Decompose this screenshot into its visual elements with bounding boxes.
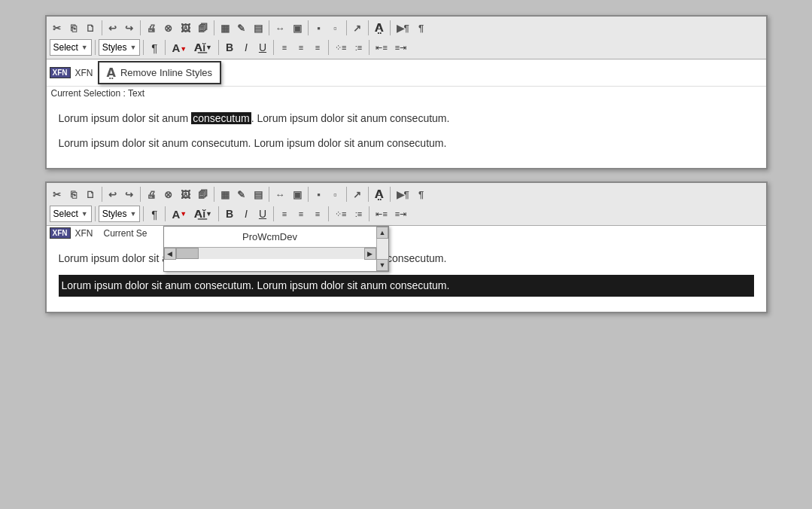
copy-btn[interactable]: ⎘ [66,20,81,36]
styles-dropdown[interactable]: Styles ▼ [99,39,141,56]
scroll-h-thumb[interactable] [176,248,199,259]
indent1-btn[interactable]: ⁘≡ [332,39,349,56]
content-area-2[interactable]: Lorum ipsum dolor sit anum consecutum. L… [47,240,766,311]
font-size-btn[interactable]: A̤ [372,20,387,36]
link-btn[interactable]: ↔ [272,20,288,36]
p2-image-btn[interactable]: 🖼 [178,186,193,203]
p2-bold-btn[interactable]: B [222,206,237,222]
indent2-btn[interactable]: :≡ [351,39,366,56]
edit-btn[interactable]: ✎ [234,20,249,36]
p2-indent2-btn[interactable]: :≡ [351,206,366,222]
search-btn[interactable]: ⊗ [161,20,176,36]
align-center-icon: ≡ [299,43,303,52]
p2-sep9 [95,206,96,221]
p2-list-btn[interactable]: ▤ [251,186,266,203]
p2-underline-btn[interactable]: U [255,206,270,222]
scroll-down-btn[interactable]: ▼ [376,259,388,271]
box-btn[interactable]: ▣ [290,20,305,36]
scissors-btn[interactable]: ✂ [50,20,65,36]
scroll-left-btn[interactable]: ◀ [164,248,176,260]
select-dropdown[interactable]: Select ▼ [50,39,92,56]
xfn-badge-2: XFN [50,227,71,239]
current-selection-short: Current Se [104,228,147,239]
scroll-up-btn[interactable]: ▲ [376,227,388,239]
p2-sq2-btn[interactable]: ▫ [328,186,343,203]
p2-sep12 [218,206,219,221]
doc-btn[interactable]: 🗐 [195,20,211,36]
p2-align-right-btn[interactable]: ≡ [310,206,325,222]
p2-arrow-icon: ↗ [353,189,361,200]
toolbar-row-4: Select ▼ Styles ▼ ¶ A▼ A͟ĭ▼ B I U ≡ ≡ ≡ … [50,204,763,224]
p2-italic-btn[interactable]: I [239,206,254,222]
p2-para-symbol-btn[interactable]: ¶ [147,206,162,222]
p2-paste-btn[interactable]: 🗋 [83,186,99,203]
para-symbol-btn[interactable]: ¶ [147,39,162,56]
arrow-btn[interactable]: ↗ [350,20,365,36]
remove-inline-styles-popup[interactable]: A̤ Remove Inline Styles [98,61,222,84]
align-left-btn[interactable]: ≡ [277,39,292,56]
p2-print-btn[interactable]: 🖨 [144,186,160,203]
p2-edit-btn[interactable]: ✎ [234,186,249,203]
p2-table-btn[interactable]: ▦ [217,186,233,203]
image-btn[interactable]: 🖼 [178,20,193,36]
p2-link-icon: ↔ [275,189,285,200]
align-right-btn[interactable]: ≡ [310,39,325,56]
p2-indent2-icon: :≡ [355,209,362,218]
paste-btn[interactable]: 🗋 [83,20,99,36]
p2-undo-btn[interactable]: ↩ [105,186,120,203]
italic-btn[interactable]: I [239,39,254,56]
underline-btn[interactable]: U [255,39,270,56]
para2-btn[interactable]: ¶ [414,20,429,36]
sep3 [214,20,214,35]
ltr-btn[interactable]: ≡⇥ [392,39,409,56]
horizontal-scrollbar[interactable]: ◀ ▶ [164,247,376,259]
p2-align-left-btn[interactable]: ≡ [277,206,292,222]
scroll-right-btn[interactable]: ▶ [364,248,376,260]
bold-btn[interactable]: B [222,39,237,56]
redo-btn[interactable]: ↪ [122,20,137,36]
toolbar-area-1: ✂ ⎘ 🗋 ↩ ↪ 🖨 ⊗ 🖼 🗐 ▦ ✎ ▤ ↔ ▣ ▪ ▫ ↗ A̤ [47,17,766,59]
sep13 [273,40,274,55]
list-btn[interactable]: ▤ [251,20,266,36]
p2-font-A-icon: A [172,208,180,221]
p2-align-left-icon: ≡ [282,209,287,218]
p2-sq1-icon: ▪ [317,189,321,200]
p2-font-AI-btn[interactable]: A͟ĭ▼ [191,206,215,222]
p2-para2-btn[interactable]: ¶ [414,186,429,203]
p2-styles-dropdown[interactable]: Styles ▼ [99,206,141,222]
p2-select-dropdown[interactable]: Select ▼ [50,206,92,222]
p2-scissors-btn[interactable]: ✂ [50,186,65,203]
p2-redo-btn[interactable]: ↪ [122,186,137,203]
font-A-btn[interactable]: A▼ [169,39,190,56]
p2-search-btn[interactable]: ⊗ [161,186,176,203]
p2-link-btn[interactable]: ↔ [272,186,288,203]
p2-copy-btn[interactable]: ⎘ [66,186,81,203]
content-area-1[interactable]: Lorum ipsum dolor sit anum consecutum. L… [47,100,766,168]
current-selection-1: Current Selection : Text [47,86,766,100]
p2-sq1-btn[interactable]: ▪ [312,186,327,203]
p2-doc-btn[interactable]: 🗐 [195,186,211,203]
prowcmdev-dropdown[interactable]: ProWcmDev ▲ ▼ ◀ ▶ [163,226,389,272]
p2-font-A-btn[interactable]: A▼ [169,206,190,222]
p2-ltr-btn[interactable]: ≡⇥ [392,206,409,222]
editor-panel-1: ✂ ⎘ 🗋 ↩ ↪ 🖨 ⊗ 🖼 🗐 ▦ ✎ ▤ ↔ ▣ ▪ ▫ ↗ A̤ [45,15,768,169]
p2-box-btn[interactable]: ▣ [290,186,305,203]
p2-arrow-btn[interactable]: ↗ [350,186,365,203]
popup-icon: A̤ [107,66,116,80]
xfn-area-2: XFN XFN Current Se ProWcmDev ▲ ▼ ◀ [47,226,766,240]
print-btn[interactable]: 🖨 [144,20,160,36]
p2-para-btn[interactable]: ▶¶ [394,186,412,203]
table-btn[interactable]: ▦ [217,20,233,36]
p2-indent1-btn[interactable]: ⁘≡ [332,206,349,222]
vertical-scrollbar[interactable]: ▲ ▼ [376,227,388,271]
sq1-btn[interactable]: ▪ [312,20,327,36]
undo-btn[interactable]: ↩ [105,20,120,36]
sq2-btn[interactable]: ▫ [328,20,343,36]
font-AI-btn[interactable]: A͟ĭ▼ [191,39,215,56]
rtl-btn[interactable]: ⇤≡ [373,39,390,56]
p2-align-center-btn[interactable]: ≡ [293,206,309,222]
p2-font-size-btn[interactable]: A̤ [372,186,387,203]
para-btn[interactable]: ▶¶ [394,20,412,36]
p2-rtl-btn[interactable]: ⇤≡ [373,206,390,222]
align-center-btn[interactable]: ≡ [293,39,309,56]
